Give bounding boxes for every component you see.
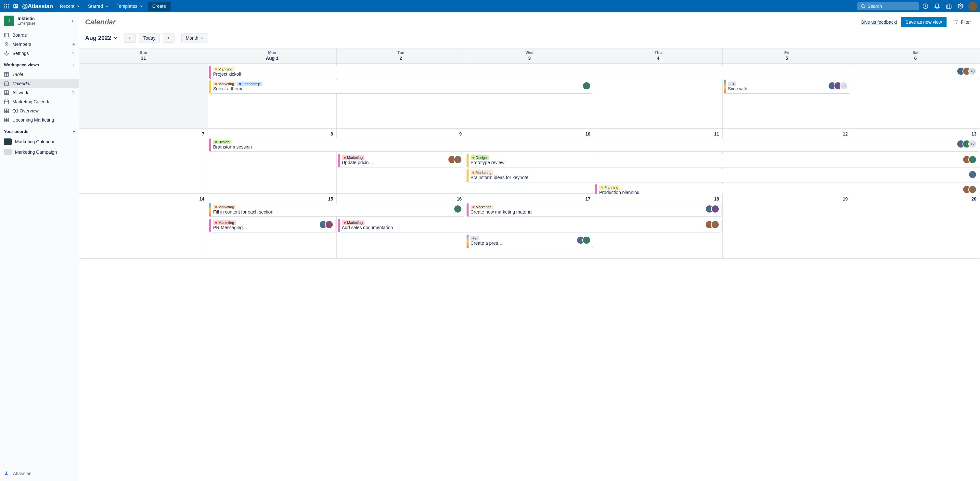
footer-label: Atlassian (13, 471, 32, 476)
calendar-icon (4, 81, 9, 86)
day-number: 11 (714, 131, 719, 137)
day-header-tue: Tue2 (337, 48, 465, 64)
templates-menu[interactable]: Templates (113, 2, 146, 11)
table-icon (4, 90, 9, 95)
collapse-sidebar-icon[interactable] (68, 17, 76, 25)
svg-rect-0 (4, 4, 5, 5)
search-input[interactable] (867, 3, 916, 9)
chevron-right-icon (166, 36, 171, 40)
sidebar-item-upcoming-marketing[interactable]: Upcoming Marketing (0, 115, 79, 124)
cal-cell[interactable]: 14 (79, 194, 208, 259)
svg-rect-3 (4, 6, 5, 7)
add-view-icon[interactable]: + (72, 62, 75, 67)
workspace-logo: I (4, 16, 14, 26)
cal-cell[interactable]: 20 (851, 194, 980, 259)
svg-point-22 (6, 53, 7, 54)
day-number: 12 (843, 131, 848, 137)
event-card-project-kickoff[interactable]: Planning Project kickoff +3 (209, 66, 979, 79)
avatar-stack (968, 170, 977, 179)
month-label: Aug 2022 (85, 35, 111, 41)
event-card-create-pres[interactable]: +2 Create a pres… (467, 235, 593, 248)
sidebar-item-table[interactable]: Table (0, 70, 79, 79)
starred-menu[interactable]: Starred (85, 2, 112, 11)
settings-icon[interactable] (955, 1, 966, 11)
info-icon[interactable] (920, 1, 931, 11)
gear-icon (4, 51, 9, 56)
settings-label: Settings (12, 51, 29, 56)
event-card-brainstorm-session[interactable]: Design Brainstorm session +2 (209, 139, 979, 151)
account-avatar[interactable] (968, 2, 977, 11)
search-box[interactable] (857, 2, 919, 10)
board-chip (4, 149, 12, 155)
apps-switcher-icon[interactable] (3, 2, 10, 10)
view-mode-selector[interactable]: Month (181, 33, 208, 43)
sidebar-footer[interactable]: Atlassian (0, 466, 79, 481)
event-card-fill-content[interactable]: Marketing Fill in content for each secti… (209, 204, 464, 217)
sidebar-item-boards[interactable]: Boards (0, 30, 79, 40)
notifications-icon[interactable] (932, 1, 942, 11)
label-marketing: Marketing (471, 170, 493, 175)
sidebar-item-settings[interactable]: Settings (0, 49, 79, 58)
label-count: +3 (728, 81, 736, 86)
board-marketing-calendar[interactable]: Marketing Calendar (0, 137, 79, 147)
lock-icon (71, 90, 75, 95)
avatar-stack: +1 (828, 81, 848, 90)
save-view-button[interactable]: Save as new view (901, 17, 947, 27)
recent-label: Recent (60, 3, 75, 9)
board-marketing-campaign[interactable]: Marketing Campaign (0, 147, 79, 157)
day-header-sun: Sun31 (79, 48, 208, 64)
filter-icon (954, 19, 959, 25)
sidebar-item-calendar[interactable]: Calendar (0, 79, 79, 88)
cal-cell[interactable] (79, 64, 208, 129)
atlassian-icon (4, 471, 10, 476)
filter-button[interactable]: Filter (950, 17, 974, 27)
add-member-icon[interactable]: + (72, 41, 75, 47)
sidebar-item-marketing-calendar[interactable]: Marketing Calendar (0, 97, 79, 106)
svg-rect-8 (8, 8, 9, 8)
day-header-fri: Fri5 (723, 48, 851, 64)
day-number: 7 (202, 131, 204, 137)
filter-label: Filter (961, 19, 971, 25)
prev-month-button[interactable] (124, 33, 136, 43)
trello-logo-icon[interactable] (12, 2, 19, 10)
workspace-header[interactable]: I Inktistic Enterprise (0, 12, 79, 29)
briefcase-icon[interactable] (943, 1, 954, 11)
upcoming-marketing-label: Upcoming Marketing (12, 117, 54, 123)
event-card-sync-with[interactable]: +3 Sync with… +1 (724, 80, 850, 93)
recent-menu[interactable]: Recent (57, 2, 84, 11)
event-card-pr-messaging[interactable]: Marketing PR Messaging… (209, 219, 335, 232)
chevron-left-icon (128, 36, 132, 40)
sidebar-item-all-work[interactable]: All work (0, 88, 79, 97)
event-card-select-theme[interactable]: Marketing Leadership Select a theme (209, 80, 593, 93)
sidebar-item-members[interactable]: Members + (0, 40, 79, 49)
view-mode-label: Month (186, 35, 198, 41)
add-board-icon[interactable]: + (72, 129, 75, 134)
next-month-button[interactable] (163, 33, 175, 43)
your-boards-label: Your boards (4, 129, 29, 134)
event-card-update-pricing[interactable]: Marketing Update pricin… (338, 154, 464, 167)
month-selector[interactable]: Aug 2022 (85, 35, 121, 41)
calendar-icon (4, 99, 9, 104)
label-leadership: Leadership (237, 81, 262, 86)
main-header: Calendar Give us feedback! Save as new v… (79, 12, 980, 30)
cal-cell[interactable]: 19 (723, 194, 851, 259)
card-title: Sync with… (728, 86, 825, 91)
sidebar-item-q1-overview[interactable]: Q1 Overview (0, 106, 79, 115)
svg-rect-19 (5, 33, 8, 37)
today-button[interactable]: Today (139, 33, 159, 43)
board-label: Marketing Calendar (15, 139, 54, 144)
event-card-create-marketing[interactable]: Marketing Create new marketing material (467, 204, 721, 217)
card-title: Add sales documentation (342, 225, 703, 230)
event-card-add-sales-doc[interactable]: Marketing Add sales documentation (338, 219, 721, 232)
svg-rect-5 (8, 6, 9, 7)
label-marketing: Marketing (213, 205, 236, 209)
day-number: 20 (971, 196, 977, 202)
svg-point-12 (861, 5, 864, 8)
calendar-grid: Sun31 MonAug 1 Tue2 Wed3 Thu4 Fri5 Sat6 (79, 48, 980, 481)
cal-cell[interactable]: 7 (79, 129, 208, 194)
feedback-link[interactable]: Give us feedback! (861, 19, 897, 25)
event-card-prototype-review[interactable]: Design Prototype review (467, 154, 979, 167)
create-button[interactable]: Create (148, 2, 170, 11)
event-card-brainstorm-keynote[interactable]: Marketing Brainstorm ideas for keynote (467, 169, 979, 182)
q1-overview-label: Q1 Overview (12, 108, 39, 113)
